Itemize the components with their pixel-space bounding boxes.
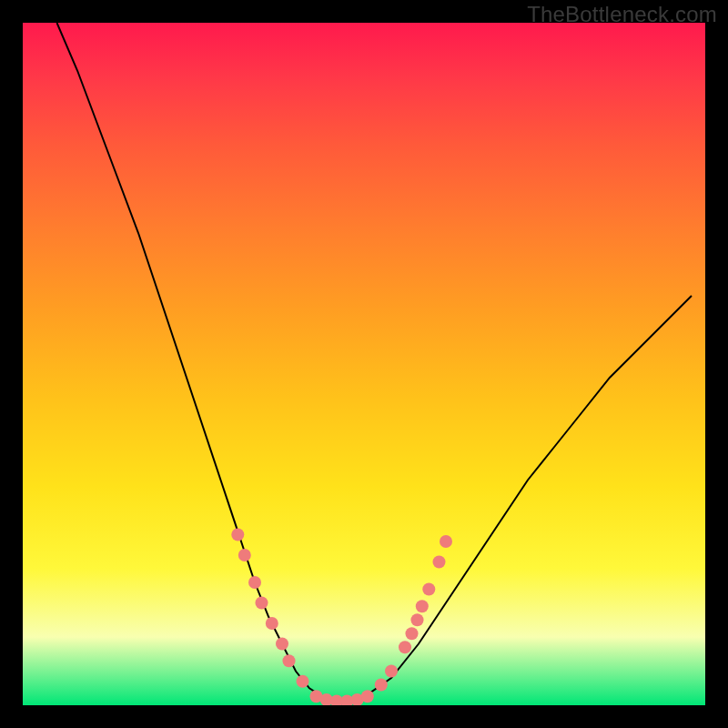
curve-marker: [411, 613, 424, 626]
curve-marker: [422, 583, 435, 596]
curve-markers: [231, 529, 452, 706]
curve-marker: [440, 535, 452, 548]
curve-marker: [238, 549, 251, 561]
curve-marker: [361, 690, 374, 703]
curve-marker: [399, 641, 411, 653]
curve-marker: [375, 679, 388, 692]
curve-marker: [433, 556, 446, 569]
curve-marker: [276, 638, 288, 651]
curve-marker: [385, 665, 398, 678]
curve-marker: [416, 600, 429, 612]
curve-marker: [256, 597, 268, 610]
curve-marker: [231, 529, 244, 541]
curve-marker: [266, 617, 278, 630]
bottleneck-chart: [23, 23, 705, 705]
curve-marker: [406, 627, 419, 640]
curve-marker: [248, 576, 261, 589]
bottleneck-curve-line: [57, 23, 693, 702]
curve-marker: [297, 675, 309, 688]
curve-marker: [283, 654, 296, 667]
